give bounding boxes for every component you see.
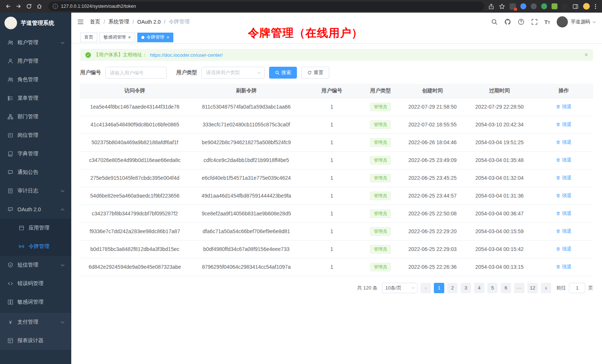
user-id-input[interactable] bbox=[105, 67, 167, 79]
sidebar-item-post[interactable]: 岗位管理 bbox=[0, 126, 71, 145]
yen-icon: ¥ bbox=[7, 319, 13, 325]
next-page-button[interactable]: › bbox=[541, 283, 551, 293]
created-at-cell: 2022-06-25 22:29:20 bbox=[400, 222, 464, 240]
sidebar-item-dept[interactable]: 部门管理 bbox=[0, 107, 71, 126]
bookmark-star-icon[interactable] bbox=[499, 3, 505, 10]
sidebar-item-sms[interactable]: 短信管理 bbox=[0, 256, 71, 274]
force-logout-button[interactable]: 强退 bbox=[556, 157, 572, 163]
refresh-token-cell: 9ce8ef2aa9f14056b831ae9b608e28d5 bbox=[190, 205, 303, 222]
breadcrumb-item[interactable]: 首页 bbox=[90, 19, 100, 25]
force-logout-button[interactable]: 强退 bbox=[556, 103, 572, 110]
table-row: 502375b8040a469a9b82188afdf6af1fbe90422b… bbox=[80, 133, 593, 151]
page-12-button[interactable]: 12 bbox=[527, 283, 538, 293]
tree-icon bbox=[7, 114, 13, 120]
extension-badged-icon[interactable] bbox=[510, 3, 516, 10]
breadcrumb-item[interactable]: 系统管理 bbox=[108, 19, 129, 25]
browser-profile-avatar[interactable] bbox=[583, 3, 590, 10]
sidebar-item-user[interactable]: 用户管理 bbox=[0, 52, 71, 70]
sidebar-item-audit-log[interactable]: 审计日志 bbox=[0, 182, 71, 200]
force-logout-button[interactable]: 强退 bbox=[556, 192, 572, 199]
search-icon[interactable] bbox=[491, 19, 498, 25]
sidebar-item-oauth2[interactable]: OAuth 2.0 bbox=[0, 200, 71, 219]
sidebar-item-oauth2-token[interactable]: 令牌管理 bbox=[0, 237, 71, 256]
created-at-cell: 2022-06-25 22:29:03 bbox=[400, 240, 464, 258]
force-logout-button[interactable]: 强退 bbox=[556, 264, 572, 270]
sidebar-item-dict[interactable]: 字典管理 bbox=[0, 145, 71, 163]
chevron-down-icon bbox=[61, 188, 65, 192]
back-button[interactable] bbox=[3, 1, 13, 11]
home-button[interactable] bbox=[34, 1, 45, 11]
page-ellipsis-button[interactable]: ··· bbox=[514, 283, 524, 293]
sidebar-item-menu[interactable]: 菜单管理 bbox=[0, 89, 71, 107]
user-menu[interactable]: 芋道源码 bbox=[557, 16, 595, 27]
force-logout-button[interactable]: 强退 bbox=[556, 121, 572, 128]
doc-link[interactable]: https://doc.iocoder.cn/user-center/ bbox=[150, 52, 223, 58]
sidebar-item-error-code[interactable]: 错误码管理 bbox=[0, 274, 71, 293]
extensions-puzzle-icon[interactable] bbox=[552, 3, 557, 9]
user-type-tag: 管理员 bbox=[370, 245, 391, 254]
goto-page-input[interactable] bbox=[569, 283, 585, 293]
sidebar-item-oauth2-application[interactable]: 应用管理 bbox=[0, 219, 71, 237]
user-id-cell: 1 bbox=[303, 187, 361, 205]
close-icon[interactable]: × bbox=[167, 35, 170, 40]
force-logout-button[interactable]: 强退 bbox=[556, 139, 572, 146]
users-icon bbox=[7, 40, 13, 46]
sidebar-item-role[interactable]: 角色管理 bbox=[0, 70, 71, 89]
table-row: c342377bf8b344799dcbf7bf095287f29ce8ef2a… bbox=[80, 205, 593, 222]
page-1-button[interactable]: 1 bbox=[434, 283, 444, 293]
tab-token[interactable]: 令牌管理× bbox=[137, 33, 174, 42]
table-header-row: 访问令牌刷新令牌用户编号用户类型创建时间过期时间操作 bbox=[80, 84, 593, 98]
search-button[interactable]: 搜索 bbox=[269, 67, 297, 79]
help-icon[interactable] bbox=[518, 19, 524, 25]
force-logout-button[interactable]: 强退 bbox=[556, 246, 572, 252]
user-type-select[interactable]: 请选择用户类型 bbox=[202, 67, 265, 79]
page-6-button[interactable]: 6 bbox=[501, 283, 511, 293]
page-4-button[interactable]: 4 bbox=[474, 283, 484, 293]
trash-icon bbox=[556, 105, 560, 109]
site-info-icon[interactable]: i bbox=[53, 4, 58, 9]
extension-dark-icon[interactable] bbox=[562, 3, 568, 9]
breadcrumb-item[interactable]: OAuth 2.0 bbox=[137, 19, 161, 25]
page-size-select[interactable]: 10条/页 bbox=[382, 283, 418, 293]
access-token-cell: f9336e7c7dd242a283ee98dc86b17a87 bbox=[80, 222, 190, 240]
user-type-tag: 管理员 bbox=[370, 156, 391, 165]
search-icon bbox=[275, 70, 279, 75]
page-2-button[interactable]: 2 bbox=[447, 283, 458, 293]
sidebar-item-pay[interactable]: ¥支付管理 bbox=[0, 313, 71, 331]
font-size-icon[interactable]: TT bbox=[544, 19, 550, 25]
force-logout-button[interactable]: 强退 bbox=[556, 228, 572, 235]
trash-icon bbox=[556, 229, 560, 234]
page-3-button[interactable]: 3 bbox=[461, 283, 471, 293]
user-type-tag: 管理员 bbox=[370, 138, 391, 147]
collapse-sidebar-icon[interactable] bbox=[77, 19, 84, 25]
fullscreen-icon[interactable] bbox=[531, 19, 538, 25]
alert-close-icon[interactable]: × bbox=[585, 52, 588, 58]
prev-page-button[interactable]: ‹ bbox=[421, 283, 431, 293]
forward-button[interactable] bbox=[13, 1, 24, 11]
force-logout-button[interactable]: 强退 bbox=[556, 175, 572, 181]
force-logout-button[interactable]: 强退 bbox=[556, 210, 572, 217]
tab-home[interactable]: 首页 bbox=[80, 33, 97, 42]
address-bar[interactable]: i 127.0.0.1:1024/system/oauth2/token bbox=[48, 1, 484, 11]
sidebar-item-notice[interactable]: 通知公告 bbox=[0, 163, 71, 182]
side-panel-icon[interactable] bbox=[572, 3, 579, 10]
access-token-cell: c342377bf8b344799dcbf7bf095287f2 bbox=[80, 205, 190, 222]
github-icon[interactable] bbox=[504, 19, 511, 25]
reload-button[interactable] bbox=[24, 1, 34, 11]
page-5-button[interactable]: 5 bbox=[487, 283, 498, 293]
close-icon[interactable]: × bbox=[128, 35, 131, 40]
reset-button[interactable]: 重置 bbox=[301, 67, 329, 79]
user-id-cell: 1 bbox=[303, 240, 361, 258]
extension-blue-icon[interactable] bbox=[520, 3, 526, 9]
trash-icon bbox=[556, 122, 560, 127]
sidebar-item-tenant[interactable]: 租户管理 bbox=[0, 33, 71, 52]
tab-sensitive-word[interactable]: 敏感词管理× bbox=[99, 33, 135, 42]
app-logo[interactable]: 芋道管理系统 bbox=[0, 13, 71, 33]
extension-green-icon[interactable] bbox=[541, 3, 547, 9]
expires-at-cell: 2054-03-04 19:51:25 bbox=[464, 133, 534, 151]
share-icon[interactable] bbox=[488, 3, 494, 10]
browser-menu-icon[interactable] bbox=[594, 3, 597, 10]
extension-gray-icon[interactable] bbox=[531, 3, 537, 9]
sidebar-item-report-designer[interactable]: 报表设计器 bbox=[0, 331, 71, 350]
sidebar-item-sensitive-word[interactable]: 敏感词管理 bbox=[0, 293, 71, 311]
